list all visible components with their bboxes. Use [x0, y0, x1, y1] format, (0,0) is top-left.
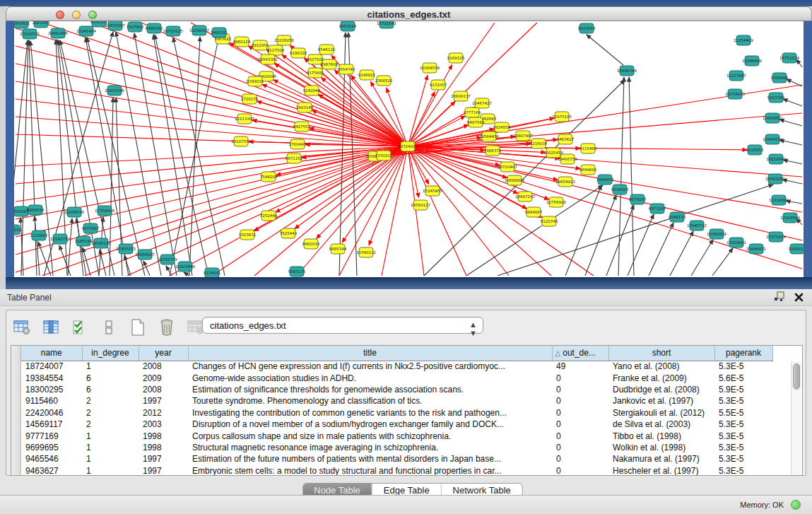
table-cell[interactable]: 5.3E-5 [714, 395, 772, 407]
table-cell[interactable]: 2008 [139, 361, 188, 372]
table-cell[interactable]: Estimation of significance thresholds fo… [188, 384, 552, 395]
table-cell[interactable]: 2 [82, 407, 139, 419]
graph-node-yellow[interactable]: 9399031 [247, 76, 264, 86]
table-cell[interactable]: 5.5E-5 [714, 407, 772, 419]
graph-node-teal[interactable]: 12103504 [780, 213, 800, 223]
graph-node-teal[interactable]: 23105572 [20, 29, 40, 39]
graph-node-yellow[interactable]: 1503631 [239, 230, 257, 240]
table-cell[interactable]: 0 [552, 430, 608, 441]
table-cell[interactable]: Embryonic stem cells: a model to study s… [188, 465, 552, 476]
scrollbar-thumb[interactable] [793, 363, 800, 390]
table-cell[interactable]: 9465546 [21, 453, 82, 465]
graph-node-teal[interactable]: 9245012 [789, 244, 804, 254]
graph-node-teal[interactable]: 16342054 [707, 229, 726, 239]
graph-node-yellow[interactable]: 8662038 [302, 239, 320, 249]
graph-node-teal[interactable]: 16958107 [135, 250, 155, 259]
table-cell[interactable]: 49 [552, 361, 608, 372]
table-cell[interactable]: 5.3E-5 [714, 465, 772, 476]
table-cell[interactable]: 1 [82, 465, 139, 476]
table-cell[interactable]: 0 [552, 419, 608, 430]
table-cell[interactable]: 2 [82, 419, 139, 430]
table-cell[interactable]: 9115460 [21, 395, 82, 407]
table-cell[interactable]: 5.3E-5 [714, 430, 772, 441]
table-cell[interactable]: 9463627 [21, 465, 82, 476]
table-cell[interactable]: 5.3E-5 [714, 453, 772, 465]
graph-node-yellow[interactable]: 7252449 [260, 211, 278, 221]
graph-node-teal[interactable]: 9046133 [669, 212, 686, 222]
graph-node-teal[interactable]: 9227343 [767, 93, 785, 103]
table-cell[interactable]: 1 [82, 361, 139, 372]
graph-node-teal[interactable]: 17359924 [95, 206, 114, 216]
graph-node-yellow[interactable]: 6120746 [541, 216, 558, 226]
graph-node-yellow[interactable]: 9699695 [579, 165, 597, 175]
graph-node-teal[interactable]: 20891406 [48, 28, 68, 38]
graph-node-yellow[interactable]: 2330202 [375, 151, 393, 160]
table-cell[interactable]: 0 [552, 442, 608, 453]
graph-node-teal[interactable]: 10655287 [105, 21, 125, 30]
graph-node-yellow[interactable]: 18724007 [398, 141, 418, 151]
graph-node-teal[interactable]: 16210643 [766, 154, 786, 164]
graph-node-yellow[interactable]: 9169105 [447, 53, 465, 63]
table-cell[interactable]: Changes of HCN gene expression and I(f) … [188, 361, 552, 372]
graph-node-teal[interactable]: 9134501 [204, 268, 221, 277]
graph-node-yellow[interactable]: 9885344 [329, 244, 347, 254]
graph-node-yellow[interactable]: 2718176 [241, 94, 259, 104]
graph-node-teal[interactable]: 12217987 [726, 71, 746, 81]
graph-node-teal[interactable]: 1115683 [30, 230, 48, 240]
table-settings-button[interactable] [12, 317, 32, 337]
table-cell[interactable]: 5.3E-5 [714, 442, 772, 453]
graph-node-teal[interactable]: 1527602 [126, 22, 144, 32]
graph-node-yellow[interactable]: 9242848 [303, 86, 321, 95]
table-cell[interactable]: 5.3E-5 [714, 361, 772, 372]
graph-node-teal[interactable]: 8909538 [27, 205, 45, 215]
table-cell[interactable]: Yano et al. (2008) [608, 361, 714, 372]
graph-node-yellow[interactable]: 18543382 [258, 54, 278, 64]
vertical-scrollbar[interactable] [791, 361, 801, 475]
close-panel-icon[interactable] [794, 292, 804, 305]
graph-node-teal[interactable]: 18341404 [76, 26, 96, 36]
table-cell[interactable]: Estimation of the future numbers of pati… [188, 453, 552, 465]
graph-node-teal[interactable]: 15751074 [779, 53, 799, 63]
graph-node-yellow[interactable]: 9131057 [430, 80, 447, 90]
graph-node-teal[interactable]: 12929061 [726, 238, 746, 247]
graph-node-yellow[interactable]: 19384554 [420, 63, 440, 73]
graph-node-teal[interactable]: 8813074 [578, 23, 596, 33]
table-cell[interactable]: 2008 [139, 384, 188, 395]
column-header-name[interactable]: name [21, 346, 82, 361]
table-row[interactable]: 2242004622012Investigating the contribut… [21, 407, 772, 419]
graph-node-yellow[interactable]: 8854749 [338, 64, 355, 74]
graph-node-yellow[interactable]: 9463627 [557, 134, 575, 144]
table-cell[interactable]: 19384554 [21, 372, 82, 383]
column-header-in_degree[interactable]: in_degree [82, 346, 139, 361]
graph-node-yellow[interactable]: 16608137 [451, 91, 471, 101]
graph-node-teal[interactable]: 8857224 [339, 21, 357, 31]
graph-node-teal[interactable]: 8215953 [746, 145, 764, 155]
graph-node-yellow[interactable]: 20564456 [479, 132, 499, 141]
graph-node-teal[interactable]: 12093852 [763, 113, 782, 123]
table-cell[interactable]: 1 [82, 442, 139, 453]
table-cell[interactable]: 6 [82, 372, 139, 383]
graph-node-yellow[interactable]: 10467427 [472, 98, 492, 108]
column-header-out_de[interactable]: △out_de... [552, 346, 608, 361]
graph-node-yellow[interactable]: 9115460 [579, 144, 597, 153]
graph-node-teal[interactable]: 1350261 [14, 225, 21, 235]
graph-node-teal[interactable]: 12142757 [50, 234, 70, 244]
table-cell[interactable]: 18300295 [21, 384, 82, 395]
table-cell[interactable]: Franke et al. (2009) [608, 372, 714, 383]
graph-node-yellow[interactable]: 8671150 [286, 153, 303, 163]
table-cell[interactable]: Jankovic et al. (1997) [608, 395, 714, 407]
graph-node-yellow[interactable]: 8427552 [293, 122, 311, 132]
table-cell[interactable]: Wolkin et al. (1998) [608, 442, 714, 453]
graph-node-yellow[interactable]: 7625443 [280, 228, 298, 238]
table-cell[interactable]: 18724007 [21, 361, 82, 372]
graph-node-teal[interactable]: 10945723 [687, 221, 707, 230]
table-row[interactable]: 1938455462009Genome-wide association stu… [21, 372, 772, 383]
graph-node-teal[interactable]: 1640954 [596, 175, 614, 185]
graph-node-yellow[interactable]: 9824554 [493, 122, 511, 132]
table-cell[interactable]: 0 [552, 372, 608, 383]
table-cell[interactable]: Tourette syndrome. Phenomenology and cla… [188, 395, 552, 407]
table-cell[interactable]: Tibbo et al. (1998) [608, 430, 714, 441]
table-cell[interactable]: Nakamura et al. (1997) [608, 453, 714, 465]
table-row[interactable]: 1830029562008Estimation of significance … [21, 384, 772, 395]
graph-node-yellow[interactable]: 2967608 [321, 59, 339, 69]
